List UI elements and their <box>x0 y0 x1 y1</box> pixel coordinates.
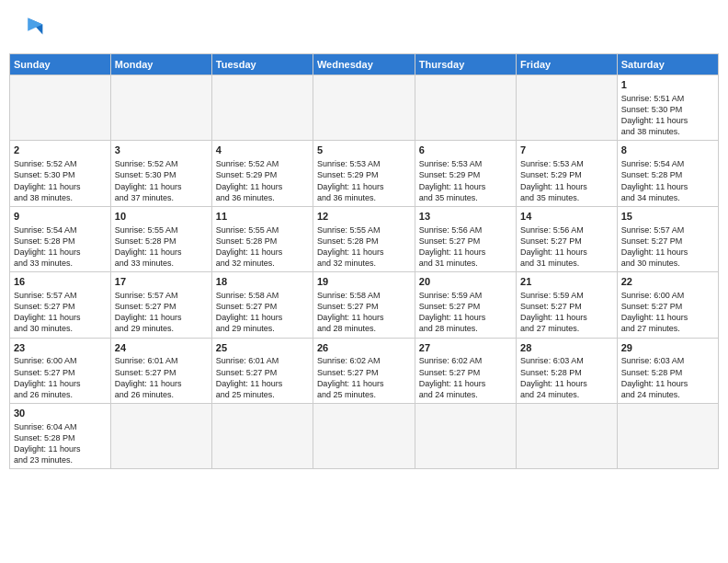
header <box>9 9 719 46</box>
calendar-cell: 10Sunrise: 5:55 AM Sunset: 5:28 PM Dayli… <box>110 206 211 271</box>
day-info: Sunrise: 5:54 AM Sunset: 5:28 PM Dayligh… <box>621 158 714 203</box>
day-number: 16 <box>14 275 107 289</box>
day-number: 2 <box>14 144 107 157</box>
day-number: 9 <box>14 210 107 224</box>
day-number: 14 <box>520 210 613 224</box>
calendar-cell: 5Sunrise: 5:53 AM Sunset: 5:29 PM Daylig… <box>313 141 415 206</box>
calendar-cell: 17Sunrise: 5:57 AM Sunset: 5:27 PM Dayli… <box>110 272 211 338</box>
calendar-cell: 6Sunrise: 5:53 AM Sunset: 5:29 PM Daylig… <box>415 141 516 206</box>
day-number: 17 <box>115 275 208 289</box>
calendar-table: SundayMondayTuesdayWednesdayThursdayFrid… <box>9 53 719 469</box>
day-number: 5 <box>317 144 411 157</box>
day-number: 20 <box>419 275 512 289</box>
day-info: Sunrise: 6:03 AM Sunset: 5:28 PM Dayligh… <box>520 355 613 400</box>
day-info: Sunrise: 5:53 AM Sunset: 5:29 PM Dayligh… <box>520 158 613 203</box>
page: SundayMondayTuesdayWednesdayThursdayFrid… <box>0 0 728 563</box>
day-number: 19 <box>317 275 411 289</box>
day-info: Sunrise: 5:52 AM Sunset: 5:30 PM Dayligh… <box>14 158 107 203</box>
calendar-cell: 26Sunrise: 6:02 AM Sunset: 5:27 PM Dayli… <box>313 338 415 403</box>
day-number: 15 <box>621 210 714 224</box>
day-info: Sunrise: 6:01 AM Sunset: 5:27 PM Dayligh… <box>216 355 309 400</box>
calendar-cell: 7Sunrise: 5:53 AM Sunset: 5:29 PM Daylig… <box>517 141 618 206</box>
calendar-cell <box>211 75 313 141</box>
calendar-cell: 12Sunrise: 5:55 AM Sunset: 5:28 PM Dayli… <box>313 206 415 271</box>
calendar-cell: 30Sunrise: 6:04 AM Sunset: 5:28 PM Dayli… <box>10 404 111 469</box>
calendar-cell: 9Sunrise: 5:54 AM Sunset: 5:28 PM Daylig… <box>10 206 111 271</box>
calendar-cell <box>617 404 718 469</box>
day-number: 4 <box>216 144 309 157</box>
day-number: 26 <box>317 341 411 355</box>
calendar-header-saturday: Saturday <box>617 54 718 75</box>
day-info: Sunrise: 6:03 AM Sunset: 5:28 PM Dayligh… <box>621 355 714 400</box>
day-info: Sunrise: 6:00 AM Sunset: 5:27 PM Dayligh… <box>621 290 714 335</box>
day-number: 18 <box>216 275 309 289</box>
day-number: 21 <box>520 275 613 289</box>
calendar-cell <box>415 75 516 141</box>
day-number: 7 <box>520 144 613 157</box>
calendar-cell: 25Sunrise: 6:01 AM Sunset: 5:27 PM Dayli… <box>211 338 313 403</box>
day-number: 6 <box>419 144 512 157</box>
calendar-cell: 18Sunrise: 5:58 AM Sunset: 5:27 PM Dayli… <box>211 272 313 338</box>
calendar-cell <box>517 75 618 141</box>
calendar-cell: 29Sunrise: 6:03 AM Sunset: 5:28 PM Dayli… <box>617 338 718 403</box>
day-number: 13 <box>419 210 512 224</box>
day-info: Sunrise: 5:56 AM Sunset: 5:27 PM Dayligh… <box>520 224 613 270</box>
calendar-cell: 22Sunrise: 6:00 AM Sunset: 5:27 PM Dayli… <box>617 272 718 338</box>
day-info: Sunrise: 5:58 AM Sunset: 5:27 PM Dayligh… <box>216 290 309 335</box>
day-info: Sunrise: 5:59 AM Sunset: 5:27 PM Dayligh… <box>419 290 512 335</box>
day-info: Sunrise: 5:52 AM Sunset: 5:30 PM Dayligh… <box>115 158 208 203</box>
calendar-cell: 20Sunrise: 5:59 AM Sunset: 5:27 PM Dayli… <box>415 272 516 338</box>
calendar-header-thursday: Thursday <box>415 54 516 75</box>
calendar-cell: 13Sunrise: 5:56 AM Sunset: 5:27 PM Dayli… <box>415 206 516 271</box>
calendar-cell: 1Sunrise: 5:51 AM Sunset: 5:30 PM Daylig… <box>617 75 718 141</box>
day-number: 28 <box>520 341 613 355</box>
calendar-cell: 27Sunrise: 6:02 AM Sunset: 5:27 PM Dayli… <box>415 338 516 403</box>
day-number: 27 <box>419 341 512 355</box>
calendar-header-row: SundayMondayTuesdayWednesdayThursdayFrid… <box>10 54 719 75</box>
calendar-cell <box>211 404 313 469</box>
logo-icon <box>13 13 46 46</box>
calendar-cell: 4Sunrise: 5:52 AM Sunset: 5:29 PM Daylig… <box>211 141 313 206</box>
calendar-cell: 8Sunrise: 5:54 AM Sunset: 5:28 PM Daylig… <box>617 141 718 206</box>
calendar-cell <box>415 404 516 469</box>
day-number: 10 <box>115 210 208 224</box>
calendar-header-sunday: Sunday <box>10 54 111 75</box>
day-info: Sunrise: 5:57 AM Sunset: 5:27 PM Dayligh… <box>621 224 714 270</box>
calendar-cell: 19Sunrise: 5:58 AM Sunset: 5:27 PM Dayli… <box>313 272 415 338</box>
day-info: Sunrise: 5:57 AM Sunset: 5:27 PM Dayligh… <box>14 290 107 335</box>
calendar-cell: 24Sunrise: 6:01 AM Sunset: 5:27 PM Dayli… <box>110 338 211 403</box>
day-info: Sunrise: 6:02 AM Sunset: 5:27 PM Dayligh… <box>419 355 512 400</box>
calendar-cell: 16Sunrise: 5:57 AM Sunset: 5:27 PM Dayli… <box>10 272 111 338</box>
day-number: 3 <box>115 144 208 157</box>
calendar-header-monday: Monday <box>110 54 211 75</box>
calendar-cell: 23Sunrise: 6:00 AM Sunset: 5:27 PM Dayli… <box>10 338 111 403</box>
calendar-header-wednesday: Wednesday <box>313 54 415 75</box>
day-number: 25 <box>216 341 309 355</box>
day-number: 11 <box>216 210 309 224</box>
day-info: Sunrise: 6:00 AM Sunset: 5:27 PM Dayligh… <box>14 355 107 400</box>
day-info: Sunrise: 5:55 AM Sunset: 5:28 PM Dayligh… <box>216 224 309 270</box>
calendar-cell: 15Sunrise: 5:57 AM Sunset: 5:27 PM Dayli… <box>617 206 718 271</box>
day-info: Sunrise: 5:57 AM Sunset: 5:27 PM Dayligh… <box>115 290 208 335</box>
logo <box>13 13 50 46</box>
day-info: Sunrise: 5:51 AM Sunset: 5:30 PM Dayligh… <box>621 93 714 138</box>
calendar-cell <box>313 75 415 141</box>
calendar-cell: 11Sunrise: 5:55 AM Sunset: 5:28 PM Dayli… <box>211 206 313 271</box>
calendar-cell <box>313 404 415 469</box>
day-number: 24 <box>115 341 208 355</box>
day-info: Sunrise: 5:52 AM Sunset: 5:29 PM Dayligh… <box>216 158 309 203</box>
day-number: 30 <box>14 407 107 420</box>
calendar-cell: 28Sunrise: 6:03 AM Sunset: 5:28 PM Dayli… <box>517 338 618 403</box>
day-info: Sunrise: 6:02 AM Sunset: 5:27 PM Dayligh… <box>317 355 411 400</box>
day-info: Sunrise: 5:55 AM Sunset: 5:28 PM Dayligh… <box>115 224 208 270</box>
calendar-cell <box>110 75 211 141</box>
day-info: Sunrise: 5:54 AM Sunset: 5:28 PM Dayligh… <box>14 224 107 270</box>
calendar-cell <box>517 404 618 469</box>
calendar-header-tuesday: Tuesday <box>211 54 313 75</box>
day-info: Sunrise: 5:53 AM Sunset: 5:29 PM Dayligh… <box>317 158 411 203</box>
day-info: Sunrise: 5:58 AM Sunset: 5:27 PM Dayligh… <box>317 290 411 335</box>
calendar-cell: 3Sunrise: 5:52 AM Sunset: 5:30 PM Daylig… <box>110 141 211 206</box>
day-info: Sunrise: 6:01 AM Sunset: 5:27 PM Dayligh… <box>115 355 208 400</box>
day-info: Sunrise: 5:59 AM Sunset: 5:27 PM Dayligh… <box>520 290 613 335</box>
calendar-cell <box>110 404 211 469</box>
